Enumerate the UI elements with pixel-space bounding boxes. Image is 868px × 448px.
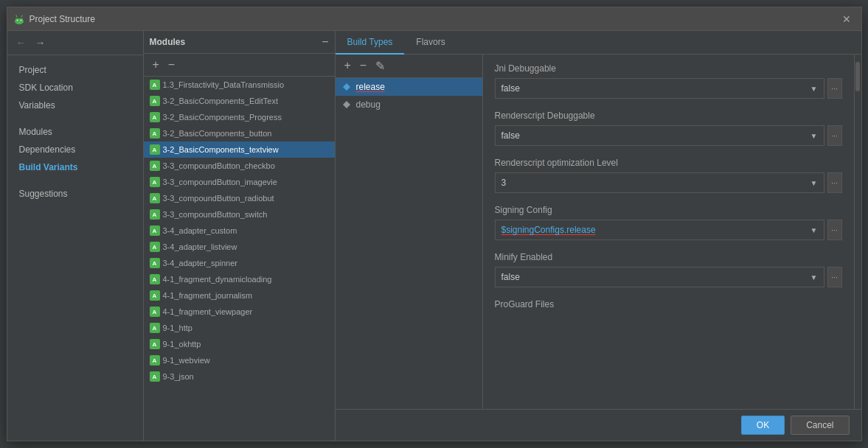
- build-type-release-label: release: [356, 82, 385, 92]
- module-item[interactable]: A 4-1_fragment_dynamicloading: [144, 271, 335, 287]
- module-icon: A: [150, 355, 160, 365]
- tab-flavors[interactable]: Flavors: [404, 31, 456, 55]
- build-types-list-panel: + − ✎ release: [336, 55, 483, 409]
- renderscript-optimization-select[interactable]: 3 ▼: [495, 172, 824, 193]
- jni-debuggable-select[interactable]: false ▼: [495, 78, 824, 99]
- module-item[interactable]: A 4-1_fragment_journalism: [144, 287, 335, 304]
- module-icon: A: [150, 258, 160, 268]
- module-item[interactable]: A 3-2_BasicComponents_EditText: [144, 93, 335, 109]
- nav-separator-2: [7, 176, 143, 185]
- modules-header: Modules −: [144, 31, 335, 54]
- renderscript-optimization-side-button[interactable]: ···: [827, 172, 842, 193]
- title-bar: Project Structure ✕: [7, 7, 861, 31]
- module-icon: A: [150, 144, 160, 155]
- nav-arrows: ← →: [7, 31, 143, 55]
- module-item[interactable]: A 3-4_adapter_spinner: [144, 255, 335, 271]
- module-icon: A: [150, 339, 160, 349]
- right-panel: Build Types Flavors + − ✎: [336, 31, 861, 441]
- renderscript-optimization-group: Renderscript optimization Level 3 ▼ ···: [495, 158, 842, 193]
- module-item[interactable]: A 3-3_compoundButton_imagevie: [144, 174, 335, 190]
- modules-collapse-button[interactable]: −: [322, 35, 328, 49]
- module-icon: A: [150, 307, 160, 317]
- minify-enabled-group: Minify Enabled false ▼ ···: [495, 252, 842, 287]
- signing-config-chevron-icon: ▼: [810, 226, 818, 234]
- signing-config-value: $signingConfigs.release: [501, 225, 596, 235]
- module-item[interactable]: A 9-1_okhttp: [144, 336, 335, 352]
- signing-config-label: Signing Config: [495, 205, 842, 215]
- remove-build-type-button[interactable]: −: [357, 57, 369, 74]
- right-scrollbar[interactable]: [854, 55, 861, 409]
- renderscript-debuggable-group: Renderscript Debuggable false ▼ ···: [495, 111, 842, 146]
- back-arrow[interactable]: ←: [13, 35, 29, 50]
- nav-item-modules[interactable]: Modules: [7, 123, 143, 141]
- module-icon: A: [150, 112, 160, 122]
- nav-item-variables[interactable]: Variables: [7, 97, 143, 114]
- build-type-debug-label: debug: [356, 99, 381, 110]
- minify-enabled-value: false: [501, 272, 520, 282]
- add-build-type-button[interactable]: +: [341, 57, 354, 74]
- renderscript-optimization-value: 3: [501, 178, 507, 188]
- module-item[interactable]: A 4-1_fragment_viewpager: [144, 304, 335, 320]
- svg-rect-1: [15, 18, 23, 22]
- modules-title: Modules: [150, 37, 186, 47]
- module-item[interactable]: A 3-3_compoundButton_checkbo: [144, 158, 335, 174]
- renderscript-debuggable-select[interactable]: false ▼: [495, 125, 824, 146]
- module-item[interactable]: A 9-1_http: [144, 320, 335, 336]
- left-nav-items: Project SDK Location Variables Modules D…: [7, 55, 143, 441]
- tab-build-types[interactable]: Build Types: [336, 31, 405, 55]
- jni-debuggable-side-button[interactable]: ···: [827, 78, 842, 99]
- module-item[interactable]: A 3-2_BasicComponents_Progress: [144, 109, 335, 125]
- module-item[interactable]: A 3-2_BasicComponents_button: [144, 125, 335, 141]
- nav-item-dependencies[interactable]: Dependencies: [7, 141, 143, 158]
- svg-point-2: [16, 19, 18, 21]
- android-logo-icon: [13, 13, 25, 25]
- minify-enabled-label: Minify Enabled: [495, 252, 842, 262]
- module-item[interactable]: A 9-1_webview: [144, 352, 335, 368]
- ok-button[interactable]: OK: [741, 416, 785, 435]
- module-icon: A: [150, 225, 160, 236]
- forward-arrow[interactable]: →: [32, 35, 49, 50]
- module-item[interactable]: A 3-3_compoundButton_radiobut: [144, 190, 335, 206]
- add-module-button[interactable]: +: [150, 57, 162, 73]
- module-item[interactable]: A 9-3_json: [144, 368, 335, 385]
- build-type-release[interactable]: release: [336, 78, 482, 96]
- module-icon: A: [150, 96, 160, 106]
- cancel-button[interactable]: Cancel: [791, 416, 849, 435]
- minify-enabled-side-button[interactable]: ···: [827, 267, 842, 287]
- dialog-title: Project Structure: [29, 14, 838, 24]
- nav-item-suggestions[interactable]: Suggestions: [7, 185, 143, 203]
- edit-build-type-button[interactable]: ✎: [372, 57, 388, 74]
- module-item[interactable]: A 3-4_adapter_custom: [144, 223, 335, 239]
- module-icon: A: [150, 290, 160, 301]
- nav-item-build-variants[interactable]: Build Variants: [7, 158, 143, 176]
- signing-config-select[interactable]: $signingConfigs.release ▼: [495, 220, 824, 240]
- module-icon: A: [150, 209, 160, 220]
- build-type-debug-icon: [341, 99, 352, 110]
- module-icon: A: [150, 323, 160, 333]
- nav-item-sdk-location[interactable]: SDK Location: [7, 79, 143, 97]
- module-item[interactable]: A 3-4_adapter_listview: [144, 239, 335, 255]
- proguard-files-label: ProGuard Files: [495, 299, 842, 309]
- build-type-debug[interactable]: debug: [336, 96, 482, 113]
- nav-item-project[interactable]: Project: [7, 61, 143, 79]
- jni-debuggable-label: Jni Debuggable: [495, 63, 842, 74]
- properties-panel: Jni Debuggable false ▼ ··· Renderscript …: [483, 55, 854, 409]
- svg-line-4: [16, 15, 17, 17]
- jni-debuggable-value: false: [501, 83, 520, 94]
- module-item[interactable]: A 1.3_Firstactivity_DataTransmissio: [144, 77, 335, 93]
- minify-enabled-select[interactable]: false ▼: [495, 267, 824, 287]
- module-icon: A: [150, 161, 160, 171]
- module-item-active[interactable]: A 3-2_BasicComponents_textview: [144, 141, 335, 158]
- module-item[interactable]: A 3-3_compoundButton_switch: [144, 206, 335, 223]
- close-button[interactable]: ✕: [838, 12, 855, 27]
- remove-module-button[interactable]: −: [165, 57, 178, 73]
- signing-config-row: $signingConfigs.release ▼ ···: [495, 220, 842, 240]
- renderscript-debuggable-side-button[interactable]: ···: [827, 125, 842, 146]
- build-types-toolbar: + − ✎: [336, 55, 482, 78]
- signing-config-side-button[interactable]: ···: [827, 220, 842, 240]
- svg-line-5: [21, 15, 22, 17]
- left-nav-panel: ← → Project SDK Location Variables Modul…: [7, 31, 144, 441]
- jni-debuggable-group: Jni Debuggable false ▼ ···: [495, 63, 842, 99]
- svg-point-3: [20, 19, 21, 21]
- build-types-items: release debug: [336, 78, 482, 409]
